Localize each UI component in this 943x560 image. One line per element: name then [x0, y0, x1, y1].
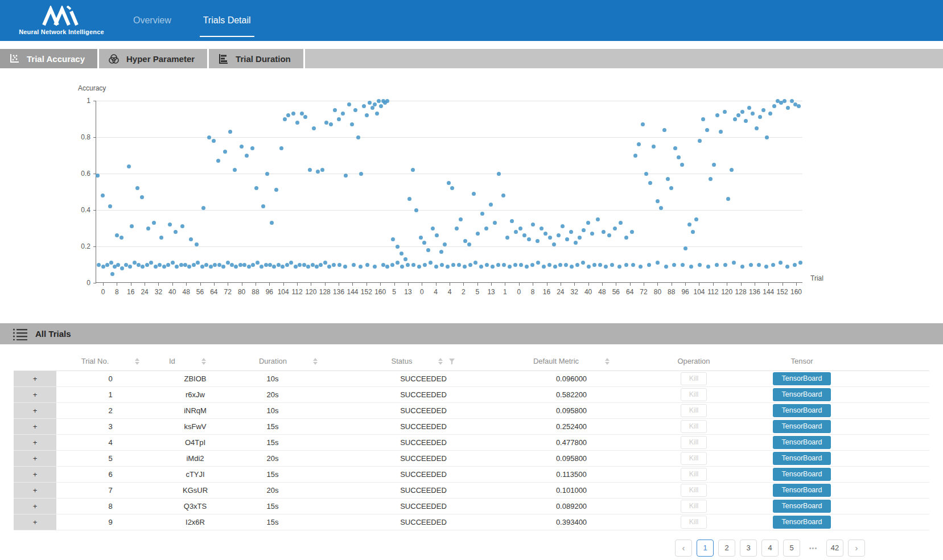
page-button-1[interactable]: 1: [697, 540, 714, 557]
next-page-button[interactable]: ›: [848, 540, 865, 557]
kill-button[interactable]: Kill: [681, 420, 707, 433]
trial-id-cell: Q3xTS: [164, 498, 221, 514]
trial-no-cell: 1: [56, 386, 164, 402]
tensorboard-button[interactable]: TensorBoard: [773, 372, 831, 385]
scatter-point: [691, 230, 695, 234]
tensorboard-button[interactable]: TensorBoard: [773, 452, 831, 465]
scatter-point: [491, 265, 495, 269]
x-tick: [477, 282, 478, 286]
expand-row-button[interactable]: +: [14, 402, 56, 418]
expand-row-button[interactable]: +: [14, 434, 56, 450]
scatter-point: [624, 263, 628, 267]
tensorboard-button[interactable]: TensorBoard: [773, 516, 831, 529]
expand-row-button[interactable]: +: [14, 418, 56, 434]
tensorboard-button[interactable]: TensorBoard: [773, 500, 831, 513]
subtab-trial-accuracy[interactable]: Trial Accuracy: [0, 49, 99, 68]
kill-button[interactable]: Kill: [681, 436, 707, 449]
sort-duration-icon[interactable]: [313, 358, 318, 365]
expand-row-button[interactable]: +: [14, 498, 56, 514]
scatter-point: [543, 232, 547, 236]
kill-button[interactable]: Kill: [681, 388, 707, 401]
sort-id-icon[interactable]: [201, 358, 206, 365]
scatter-point: [240, 145, 244, 149]
scatter-point: [637, 142, 641, 146]
y-tick: [93, 246, 96, 247]
x-tick-label: 40: [168, 288, 176, 296]
tensorboard-button[interactable]: TensorBoard: [773, 436, 831, 449]
scatter-point: [689, 265, 693, 269]
scatter-point: [765, 135, 769, 139]
scatter-point: [233, 168, 237, 172]
sort-status-icon[interactable]: [438, 358, 443, 365]
page-button-4[interactable]: 4: [761, 540, 779, 557]
tensorboard-button[interactable]: TensorBoard: [773, 404, 831, 417]
trial-no-cell: 8: [56, 498, 164, 514]
trial-no-cell: 0: [56, 370, 164, 386]
kill-button[interactable]: Kill: [681, 516, 707, 529]
scatter-point: [96, 174, 100, 178]
scatter-point: [480, 212, 484, 216]
scatter-point: [251, 263, 255, 267]
tensorboard-button[interactable]: TensorBoard: [773, 388, 831, 401]
expand-row-button[interactable]: +: [14, 450, 56, 466]
x-tick-label: 120: [721, 288, 732, 296]
tab-trials-detail[interactable]: Trials Detail: [203, 0, 251, 41]
scatter-point: [457, 263, 461, 267]
kill-button[interactable]: Kill: [681, 484, 707, 497]
gridline: [96, 246, 802, 247]
tensorboard-button[interactable]: TensorBoard: [773, 420, 831, 433]
y-tick-label: 0.6: [68, 170, 90, 178]
expand-row-button[interactable]: +: [14, 514, 56, 530]
filter-funnel-icon[interactable]: [448, 358, 455, 365]
kill-button[interactable]: Kill: [681, 500, 707, 513]
scatter-point: [656, 261, 660, 265]
scatter-point: [709, 177, 713, 181]
scatter-point: [183, 263, 187, 267]
prev-page-button[interactable]: ‹: [675, 540, 692, 557]
kill-button[interactable]: Kill: [681, 372, 707, 385]
page-button-2[interactable]: 2: [718, 540, 735, 557]
expand-row-button[interactable]: +: [14, 482, 56, 498]
page-button-3[interactable]: 3: [740, 540, 757, 557]
y-tick: [93, 101, 96, 101]
scatter-point: [508, 265, 512, 269]
expand-row-button[interactable]: +: [14, 466, 56, 482]
scatter-point: [463, 239, 467, 243]
scatter-point: [238, 263, 242, 267]
col-status: Status: [355, 352, 492, 370]
kill-button[interactable]: Kill: [681, 404, 707, 417]
scatter-point: [740, 110, 744, 114]
scatter-point: [574, 241, 578, 245]
all-trials-title: All Trials: [35, 329, 71, 339]
expand-row-button[interactable]: +: [14, 386, 56, 402]
expand-row-button[interactable]: +: [14, 370, 56, 386]
default-metric-cell: 0.393400: [492, 514, 651, 530]
sort-trial-no-icon[interactable]: [135, 358, 139, 365]
trial-row: + 8 Q3xTS 15s SUCCEEDED 0.089200 Kill Te…: [14, 498, 929, 514]
kill-button[interactable]: Kill: [681, 468, 707, 481]
scatter-point: [744, 119, 748, 123]
scatter-point: [400, 265, 404, 269]
kill-button[interactable]: Kill: [681, 452, 707, 465]
sort-metric-icon[interactable]: [605, 358, 610, 365]
tensorboard-button[interactable]: TensorBoard: [773, 484, 831, 497]
scatter-point: [423, 263, 427, 267]
page-button-5[interactable]: 5: [783, 540, 800, 557]
subtab-hyper-parameter[interactable]: Hyper Parameter: [99, 49, 209, 68]
tensorboard-button[interactable]: TensorBoard: [773, 468, 831, 481]
x-tick-label: 24: [557, 288, 564, 296]
scatter-point: [375, 112, 379, 116]
scatter-plot-area[interactable]: 10.80.60.40.2008162432404856647280889610…: [96, 101, 802, 283]
subtab-trial-duration[interactable]: Trial Duration: [209, 49, 305, 68]
scatter-point: [245, 154, 249, 158]
x-tick-label: 64: [626, 288, 633, 296]
scatter-point: [228, 130, 232, 134]
x-tick: [713, 282, 714, 286]
x-tick-label: 152: [777, 288, 788, 296]
x-tick: [297, 282, 298, 286]
y-tick-label: 0.8: [68, 133, 90, 141]
status-badge: SUCCEEDED: [355, 450, 492, 466]
x-tick: [256, 282, 256, 286]
page-button-42[interactable]: 42: [826, 540, 843, 557]
tab-overview[interactable]: Overview: [133, 0, 171, 41]
